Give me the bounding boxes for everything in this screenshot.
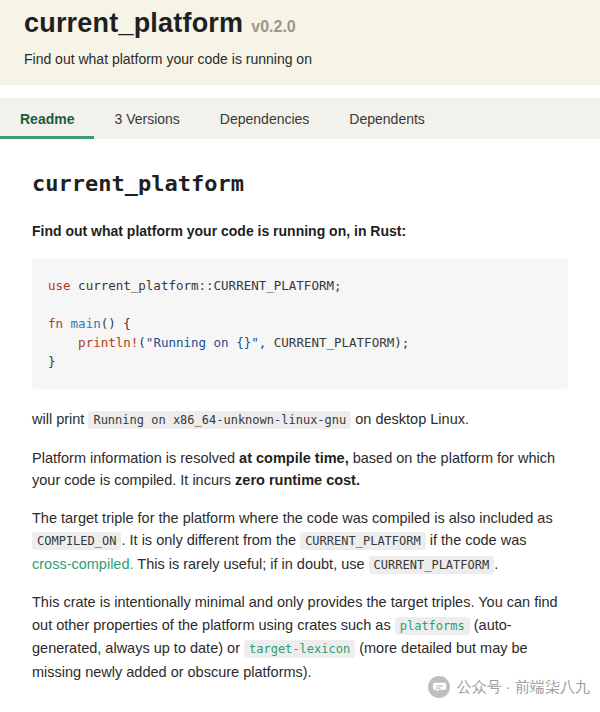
bold-segment: at compile time, — [239, 450, 349, 466]
code-text: current_platform::CURRENT_PLATFORM; — [71, 278, 342, 293]
crate-description: Find out what platform your code is runn… — [24, 51, 576, 67]
code-line-use: use current_platform::CURRENT_PLATFORM; — [48, 276, 552, 295]
text-segment: . It is only different from the — [121, 532, 300, 548]
watermark-text: 公众号 · 前端柒八九 — [457, 678, 590, 697]
tab-dependents[interactable]: Dependents — [329, 98, 445, 139]
text-segment: Platform information is resolved — [32, 450, 239, 466]
link-cross-compiled[interactable]: cross-compiled. — [32, 556, 134, 572]
code-line-close: } — [48, 352, 552, 371]
crate-tab-bar: Readme 3 Versions Dependencies Dependent… — [0, 98, 600, 139]
link-crate-target-lexicon[interactable]: target-lexicon — [244, 640, 355, 658]
link-crate-platforms[interactable]: platforms — [395, 617, 470, 635]
readme-title: current_platform — [32, 171, 568, 196]
inline-code-current-platform: CURRENT_PLATFORM — [300, 532, 426, 550]
crate-version: v0.2.0 — [251, 18, 295, 36]
code-line-println: println!("Running on {}", CURRENT_PLATFO… — [48, 333, 552, 352]
crate-header: current_platform v0.2.0 Find out what pl… — [0, 0, 600, 85]
paragraph-will-print: will print Running on x86_64-unknown-lin… — [32, 408, 568, 432]
text-segment: will print — [32, 411, 88, 427]
inline-code-compiled-on: COMPILED_ON — [32, 532, 121, 550]
code-keyword-use: use — [48, 278, 71, 293]
readme-content: current_platform Find out what platform … — [0, 139, 600, 683]
code-line-fn: fn main() { — [48, 314, 552, 333]
crate-title-row: current_platform v0.2.0 — [24, 8, 576, 39]
code-keyword-fn: fn — [48, 316, 63, 331]
text-segment: . — [494, 556, 498, 572]
inline-code-running-on: Running on x86_64-unknown-linux-gnu — [88, 411, 351, 429]
paragraph-compile-time: Platform information is resolved at comp… — [32, 447, 568, 492]
rust-code-block: use current_platform::CURRENT_PLATFORM; … — [32, 258, 568, 389]
crate-name: current_platform — [24, 8, 243, 39]
code-fn-name: main — [63, 316, 101, 331]
text-segment: on desktop Linux. — [351, 411, 469, 427]
bold-segment: zero runtime cost. — [235, 472, 360, 488]
readme-intro: Find out what platform your code is runn… — [32, 223, 568, 239]
text-segment: This is rarely useful; if in doubt, use — [134, 556, 369, 572]
paragraph-target-triple: The target triple for the platform where… — [32, 507, 568, 577]
code-string-literal: "Running on {}" — [146, 335, 259, 350]
watermark-badge: 公众号 · 前端柒八九 — [428, 676, 590, 698]
code-indent — [48, 335, 78, 350]
code-text: () { — [101, 316, 131, 331]
code-macro-println: println! — [78, 335, 138, 350]
tab-readme[interactable]: Readme — [0, 98, 94, 139]
code-text: , CURRENT_PLATFORM); — [259, 335, 410, 350]
paragraph-minimal-crate: This crate is intentionally minimal and … — [32, 591, 568, 683]
tab-versions[interactable]: 3 Versions — [94, 98, 199, 139]
code-text: ( — [138, 335, 146, 350]
chat-bubble-icon — [428, 676, 450, 698]
code-blank-line — [48, 295, 552, 314]
text-segment: if the code was — [426, 532, 527, 548]
text-segment: The target triple for the platform where… — [32, 510, 553, 526]
code-text: } — [48, 354, 56, 369]
tab-dependencies[interactable]: Dependencies — [200, 98, 330, 139]
inline-code-current-platform: CURRENT_PLATFORM — [369, 556, 495, 574]
